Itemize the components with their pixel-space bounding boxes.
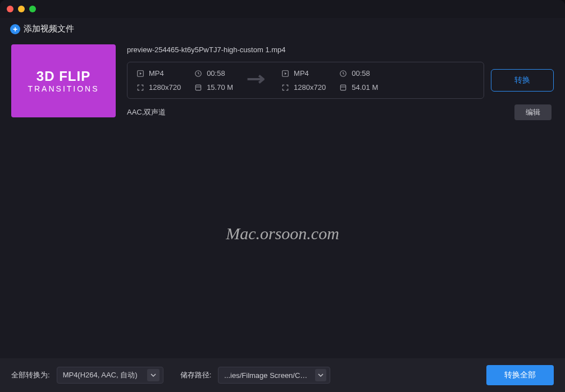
add-video-button[interactable]: + 添加视频文件	[0, 18, 565, 44]
add-video-label: 添加视频文件	[24, 24, 74, 34]
arrow-right-icon	[247, 72, 268, 88]
thumb-text-1: 3D FLIP	[37, 69, 90, 84]
format-label: 全部转换为:	[11, 370, 50, 380]
edit-button[interactable]: 编辑	[514, 104, 552, 120]
maximize-window-button[interactable]	[29, 6, 36, 12]
titlebar	[0, 0, 565, 18]
clock-icon	[339, 70, 347, 78]
source-duration: 00:58	[194, 69, 233, 78]
target-size: 54.01 M	[339, 83, 378, 92]
conversion-spec-card: MP4 00:58 1280x720	[127, 62, 484, 99]
close-window-button[interactable]	[7, 6, 13, 12]
storage-icon	[194, 84, 202, 92]
plus-icon: +	[10, 24, 20, 34]
svg-rect-6	[341, 85, 346, 90]
convert-all-button[interactable]: 转换全部	[486, 365, 554, 385]
clock-icon	[194, 70, 202, 78]
target-format: MP4	[281, 69, 326, 78]
output-format-select[interactable]: MP4(H264, AAC, 自动)	[57, 367, 163, 384]
expand-icon	[136, 84, 144, 92]
target-duration: 00:58	[339, 69, 378, 78]
file-name: preview-254465-kt6y5PwTJ7-high-custom 1.…	[127, 44, 554, 56]
output-format-value: MP4(H264, AAC, 自动)	[63, 370, 138, 380]
source-format: MP4	[136, 69, 181, 78]
path-label: 储存路径:	[180, 370, 212, 380]
source-size: 15.70 M	[194, 83, 233, 92]
chevron-down-icon	[147, 369, 160, 381]
audio-info: AAC,双声道	[127, 107, 166, 117]
play-box-icon	[136, 70, 144, 78]
output-path-value: ...ies/Filmage Screen/Convert	[224, 371, 311, 380]
expand-icon	[281, 84, 289, 92]
target-resolution: 1280x720	[281, 83, 326, 92]
file-row: 3D FLIP TRANSITIONS preview-254465-kt6y5…	[11, 44, 554, 120]
svg-rect-2	[195, 85, 201, 90]
chevron-down-icon	[315, 369, 326, 381]
source-spec: MP4 00:58 1280x720	[136, 69, 233, 92]
play-box-icon	[281, 70, 289, 78]
storage-icon	[339, 84, 347, 92]
video-thumbnail[interactable]: 3D FLIP TRANSITIONS	[11, 44, 116, 117]
output-path-select[interactable]: ...ies/Filmage Screen/Convert	[218, 367, 330, 384]
watermark-text: Mac.orsoon.com	[0, 224, 565, 243]
minimize-window-button[interactable]	[18, 6, 25, 12]
thumb-text-2: TRANSITIONS	[28, 84, 99, 93]
source-resolution: 1280x720	[136, 83, 181, 92]
convert-button[interactable]: 转换	[491, 69, 554, 92]
target-spec: MP4 00:58 1280x720	[281, 69, 378, 92]
footer-bar: 全部转换为: MP4(H264, AAC, 自动) 储存路径: ...ies/F…	[0, 358, 565, 392]
